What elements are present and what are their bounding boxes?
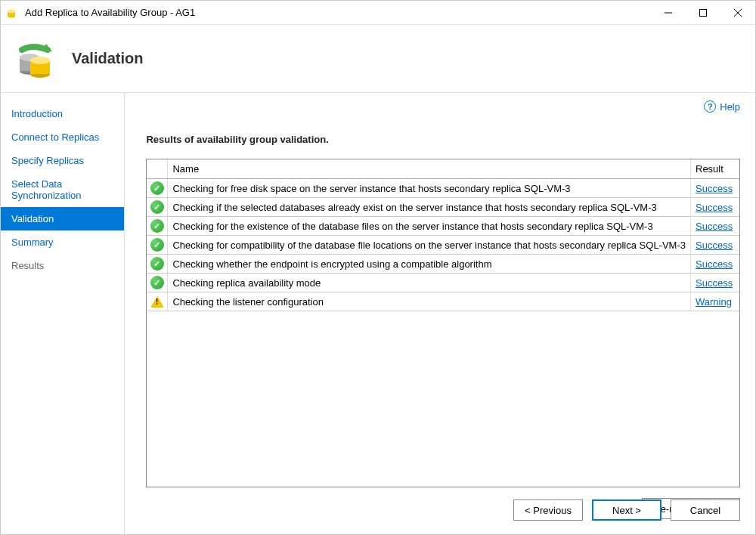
results-heading: Results of availability group validation… — [146, 134, 740, 145]
svg-point-13 — [30, 57, 50, 64]
row-result: Success — [691, 236, 739, 254]
row-result: Warning — [691, 292, 739, 311]
row-name: Checking for free disk space on the serv… — [168, 179, 691, 197]
database-icon — [14, 38, 57, 80]
success-icon — [147, 255, 168, 273]
row-name: Checking for the existence of the databa… — [168, 217, 691, 235]
row-result: Success — [691, 179, 739, 197]
table-header-row: Name Result — [147, 159, 739, 179]
result-link[interactable]: Success — [696, 258, 733, 270]
row-name: Checking if the selected databases alrea… — [168, 198, 691, 216]
row-result: Success — [691, 217, 739, 235]
table-row[interactable]: Checking replica availability modeSucces… — [147, 274, 739, 292]
svg-rect-4 — [700, 9, 707, 16]
sidebar-item-introduction[interactable]: Introduction — [1, 102, 124, 125]
app-icon — [7, 7, 19, 19]
previous-button[interactable]: < Previous — [513, 499, 583, 521]
row-result: Success — [691, 255, 739, 273]
sidebar-item-connect-to-replicas[interactable]: Connect to Replicas — [1, 125, 124, 149]
sidebar-item-select-data-synchronization[interactable]: Select Data Synchronization — [1, 172, 124, 207]
sidebar-item-results[interactable]: Results — [1, 254, 124, 277]
result-link[interactable]: Success — [696, 240, 733, 251]
table-row[interactable]: Checking for the existence of the databa… — [147, 217, 739, 236]
table-body: Checking for free disk space on the serv… — [147, 179, 739, 311]
page-title: Validation — [72, 50, 143, 67]
row-name: Checking the listener configuration — [168, 292, 691, 311]
header-result-col[interactable]: Result — [691, 159, 739, 178]
result-link[interactable]: Success — [696, 183, 733, 194]
maximize-button[interactable] — [686, 1, 720, 25]
header-name-col[interactable]: Name — [168, 159, 691, 178]
help-link[interactable]: ? Help — [704, 101, 740, 113]
success-icon — [147, 198, 168, 216]
result-link[interactable]: Success — [696, 221, 733, 232]
result-link[interactable]: Success — [696, 277, 733, 289]
minimize-button[interactable] — [651, 1, 686, 25]
success-icon — [147, 274, 168, 292]
wizard-sidebar: IntroductionConnect to ReplicasSpecify R… — [1, 93, 125, 534]
window-title: Add Replica to Availability Group - AG1 — [25, 7, 651, 18]
success-icon — [147, 236, 168, 254]
header-icon-col — [147, 159, 168, 178]
validation-table: Name Result Checking for free disk space… — [146, 159, 740, 487]
table-row[interactable]: Checking for free disk space on the serv… — [147, 179, 739, 198]
close-button[interactable] — [720, 1, 755, 25]
table-row[interactable]: Checking if the selected databases alrea… — [147, 198, 739, 217]
row-result: Success — [691, 274, 739, 292]
result-link[interactable]: Warning — [696, 296, 732, 308]
result-link[interactable]: Success — [696, 202, 733, 213]
sidebar-item-summary[interactable]: Summary — [1, 230, 124, 254]
window-controls — [651, 1, 755, 25]
row-name: Checking for compatibility of the databa… — [168, 236, 691, 254]
svg-point-2 — [8, 9, 15, 13]
row-name: Checking whether the endpoint is encrypt… — [168, 255, 691, 273]
table-row[interactable]: Checking the listener configurationWarni… — [147, 292, 739, 311]
content-pane: ? Help Results of availability group val… — [125, 93, 755, 534]
warning-icon — [147, 292, 168, 311]
next-button[interactable]: Next > — [592, 499, 662, 521]
table-row[interactable]: Checking whether the endpoint is encrypt… — [147, 255, 739, 274]
wizard-footer-buttons: < Previous Next > Cancel — [513, 499, 740, 521]
main-area: IntroductionConnect to ReplicasSpecify R… — [1, 93, 755, 534]
help-icon: ? — [704, 101, 716, 113]
page-header: Validation — [1, 25, 755, 93]
row-name: Checking replica availability mode — [168, 274, 691, 292]
sidebar-item-validation[interactable]: Validation — [1, 207, 124, 230]
row-result: Success — [691, 198, 739, 216]
titlebar: Add Replica to Availability Group - AG1 — [1, 1, 755, 25]
help-label: Help — [720, 101, 740, 113]
success-icon — [147, 217, 168, 235]
sidebar-item-specify-replicas[interactable]: Specify Replicas — [1, 149, 124, 172]
table-row[interactable]: Checking for compatibility of the databa… — [147, 236, 739, 255]
success-icon — [147, 179, 168, 197]
cancel-button[interactable]: Cancel — [671, 499, 740, 521]
